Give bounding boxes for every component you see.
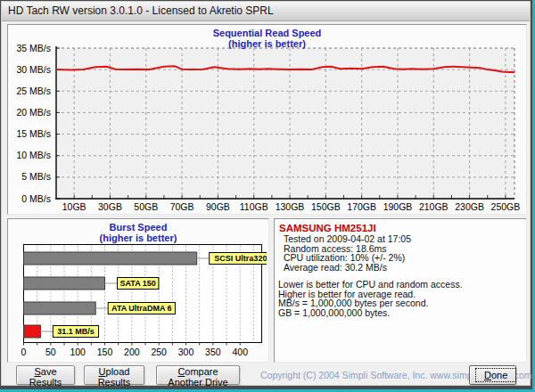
bar-label: SATA 150: [120, 279, 156, 288]
y-tick-label: 20 MB/s: [16, 107, 51, 118]
window-title: HD Tach RW version 3.0.1.0 - Licensed to…: [8, 4, 274, 17]
x-tick-label: 50: [45, 347, 56, 357]
seq-chart-title: Sequential Read Speed: [8, 28, 526, 38]
burst-bar: [24, 325, 41, 338]
x-tick-label: 150GB: [311, 201, 341, 212]
info-detail-line: Tested on 2009-04-02 at 17:05: [275, 234, 526, 244]
x-tick-label: 230GB: [455, 201, 484, 212]
burst-chart-subtitle: (higher is better): [8, 233, 268, 243]
x-tick-label: 30GB: [98, 201, 122, 212]
info-detail-line: CPU utilization: 10% (+/- 2%): [275, 253, 526, 263]
burst-bar: [24, 252, 197, 265]
y-tick-label: 5 MB/s: [21, 171, 51, 182]
x-tick-label: 170GB: [347, 201, 376, 212]
save-results-button[interactable]: Save Results: [16, 365, 75, 385]
drive-name: SAMSUNG HM251JI: [275, 219, 526, 234]
done-button[interactable]: Done: [469, 365, 516, 385]
done-button-label: Done: [475, 368, 516, 382]
burst-speed-panel: 050100150200250300350400SCSI Ultra320SAT…: [7, 218, 269, 363]
x-tick-label: 90GB: [206, 201, 230, 212]
x-tick-label: 250GB: [491, 201, 521, 212]
sequential-read-panel: 0 MB/s5 MB/s10 MB/s15 MB/s20 MB/s25 MB/s…: [7, 24, 527, 215]
x-tick-label: 300: [178, 347, 194, 357]
drive-test-details: Tested on 2009-04-02 at 17:05Random acce…: [275, 234, 526, 272]
x-tick-label: 210GB: [419, 201, 449, 212]
app-window: HD Tach RW version 3.0.1.0 - Licensed to…: [0, 0, 532, 389]
x-tick-label: 10GB: [62, 201, 86, 212]
x-tick-label: 150: [97, 347, 113, 357]
info-note-line: MB/s = 1,000,000 bytes per second.: [275, 298, 526, 308]
drive-info-notes: Lower is better for CPU and random acces…: [275, 280, 526, 317]
burst-chart-title: Burst Speed: [8, 222, 268, 233]
x-tick-label: 400: [232, 347, 248, 357]
y-tick-label: 15 MB/s: [16, 128, 51, 139]
info-detail-line: Average read: 30.2 MB/s: [275, 263, 526, 273]
x-tick-label: 70GB: [170, 201, 194, 212]
info-note-line: GB = 1,000,000,000 bytes.: [275, 308, 526, 318]
y-tick-label: 0 MB/s: [21, 193, 51, 204]
seq-chart-subtitle: (higher is better): [8, 38, 526, 49]
info-note-line: Lower is better for CPU and random acces…: [275, 280, 526, 290]
bar-label: ATA UltraDMA 6: [111, 304, 172, 313]
sequential-read-chart: 0 MB/s5 MB/s10 MB/s15 MB/s20 MB/s25 MB/s…: [8, 25, 524, 212]
x-tick-label: 250: [151, 347, 167, 357]
y-tick-label: 25 MB/s: [16, 86, 51, 96]
burst-bar: [24, 302, 96, 314]
x-tick-label: 0: [21, 347, 27, 357]
x-tick-label: 200: [124, 347, 140, 357]
y-tick-label: 30 MB/s: [16, 64, 51, 75]
window-titlebar[interactable]: HD Tach RW version 3.0.1.0 - Licensed to…: [2, 2, 530, 21]
burst-bar: [24, 277, 105, 290]
x-tick-label: 130GB: [276, 201, 305, 212]
upload-results-button[interactable]: Upload Results: [84, 365, 144, 385]
compare-another-drive-button[interactable]: Compare Another Drive: [156, 365, 240, 385]
bar-label: SCSI Ultra320: [214, 254, 267, 263]
drive-info-panel: SAMSUNG HM251JI Tested on 2009-04-02 at …: [274, 218, 527, 363]
y-tick-label: 10 MB/s: [16, 150, 51, 160]
x-tick-label: 350: [205, 347, 221, 357]
x-tick-label: 100: [70, 347, 86, 357]
x-tick-label: 50GB: [134, 201, 158, 212]
x-tick-label: 190GB: [383, 201, 413, 212]
bar-label: 31.1 MB/s: [57, 327, 95, 336]
x-tick-label: 110GB: [240, 201, 268, 212]
seq-plot-area: [56, 48, 514, 199]
